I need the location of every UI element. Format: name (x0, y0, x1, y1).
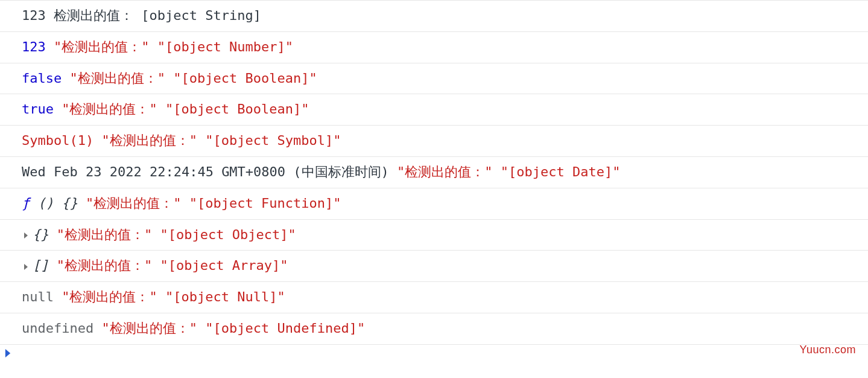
console-token: "[object Boolean]" (173, 69, 317, 88)
console-token: "[object Symbol]" (205, 132, 341, 150)
console-token (49, 226, 57, 245)
console-token: () {} (30, 194, 77, 213)
console-prompt-row[interactable] (0, 345, 868, 362)
console-token: "[object Object]" (160, 226, 296, 245)
console-row: undefined "检测出的值：" "[object Undefined]" (0, 313, 868, 345)
console-token: [object String] (141, 7, 261, 25)
console-row: Wed Feb 23 2022 22:24:45 GMT+0800 (中国标准时… (0, 157, 868, 188)
console-token: "[object Function]" (189, 194, 341, 213)
console-row: ƒ () {} "检测出的值：" "[object Function]" (0, 188, 868, 220)
console-token (49, 257, 57, 275)
console-token (157, 288, 165, 307)
console-row: [] "检测出的值：" "[object Array]" (0, 251, 868, 282)
console-token: "[object Boolean]" (165, 100, 309, 119)
console-token (62, 69, 69, 88)
triangle-right-icon[interactable] (22, 231, 30, 240)
console-token (78, 194, 86, 213)
console-token: "检测出的值：" (86, 194, 182, 213)
console-token (157, 100, 165, 119)
console-token (493, 163, 501, 182)
console-row: Symbol(1) "检测出的值：" "[object Symbol]" (0, 126, 868, 157)
console-token: {} (33, 226, 49, 245)
console-token (54, 288, 62, 307)
console-token: null (22, 288, 54, 307)
console-token: "[object Undefined]" (205, 319, 365, 338)
console-token (46, 38, 54, 57)
console-token: 123 (22, 38, 46, 57)
console-row: false "检测出的值：" "[object Boolean]" (0, 63, 868, 95)
console-token: "检测出的值：" (57, 257, 153, 275)
console-token: "检测出的值：" (69, 69, 165, 88)
console-token: Wed Feb 23 2022 22:24:45 GMT+0800 (中国标准时… (22, 163, 389, 182)
console-token: "[object Number]" (157, 38, 293, 57)
console-token: "检测出的值：" (57, 226, 153, 245)
console-row: {} "检测出的值：" "[object Object]" (0, 220, 868, 251)
console-token: "检测出的值：" (397, 163, 493, 182)
console-token (389, 163, 397, 182)
console-token: undefined (22, 319, 93, 338)
console-token (181, 194, 189, 213)
console-token: "检测出的值：" (54, 38, 150, 57)
console-input[interactable] (14, 345, 863, 361)
console-row: true "检测出的值：" "[object Boolean]" (0, 94, 868, 126)
console-row: null "检测出的值：" "[object Null]" (0, 282, 868, 313)
console-token: "检测出的值：" (62, 288, 157, 307)
console-token: "[object Date]" (501, 163, 621, 182)
console-token: "检测出的值：" (101, 132, 197, 150)
console-token: "检测出的值：" (101, 319, 197, 338)
console-token: ƒ (22, 194, 30, 213)
console-token: "[object Array]" (160, 257, 288, 275)
console-token (165, 69, 173, 88)
console-token: Symbol(1) (22, 132, 93, 150)
console-token: false (22, 69, 62, 88)
console-token: [] (33, 257, 49, 275)
console-token (150, 38, 157, 57)
console-row: 123 "检测出的值：" "[object Number]" (0, 32, 868, 63)
console-token (54, 100, 62, 119)
console-rows: 123 检测出的值： [object String]123 "检测出的值：" "… (0, 0, 868, 345)
console-token: 123 检测出的值： (22, 7, 141, 25)
console-token (152, 226, 160, 245)
console-token: "检测出的值：" (62, 100, 157, 119)
console-token (93, 319, 101, 338)
triangle-right-icon[interactable] (22, 263, 30, 271)
console-token: true (22, 100, 54, 119)
console-token (93, 132, 101, 150)
console-token (152, 257, 160, 275)
console-row: 123 检测出的值： [object String] (0, 0, 868, 32)
console-token: "[object Null]" (165, 288, 285, 307)
console-token (197, 132, 205, 150)
chevron-right-icon (4, 349, 14, 357)
watermark-text: Yuucn.com (799, 342, 856, 357)
console-token (197, 319, 205, 338)
console-panel: 123 检测出的值： [object String]123 "检测出的值：" "… (0, 0, 868, 378)
